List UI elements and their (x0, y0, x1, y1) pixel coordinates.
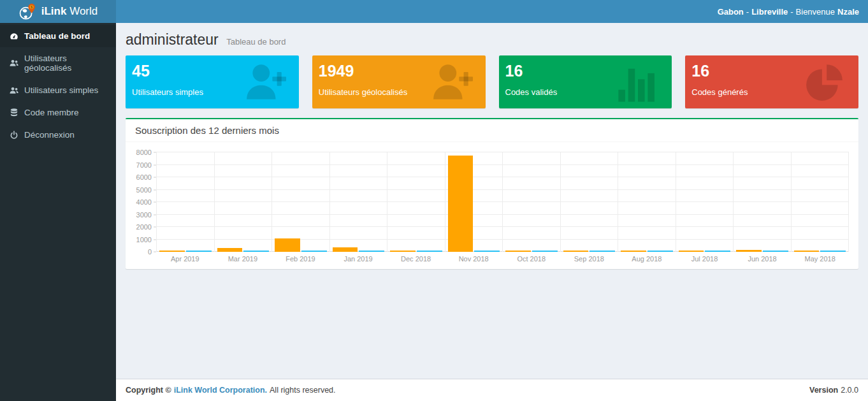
y-axis-tick-label: 0 (148, 249, 156, 256)
page-subtitle: Tableau de bord (226, 37, 286, 47)
chart-body: 010002000300040005000600070008000 Apr 20… (126, 142, 858, 269)
bar-souscriptions-bleu (763, 251, 788, 252)
main-header: $ iLink World Gabon - Libreville - Bienv… (0, 0, 868, 23)
bar-souscriptions-orange (563, 251, 589, 252)
separator: - (746, 7, 749, 17)
sidebar-item-label: Code membre (24, 108, 79, 117)
bar-group-aug-2018 (618, 152, 676, 252)
user-city: Libreville (751, 7, 788, 17)
company-link[interactable]: iLink World Corporation. (174, 386, 267, 395)
sidebar-item-code-membre[interactable]: Code membre (0, 101, 116, 124)
sidebar-item-label: Utilisateurs géolocalisés (24, 54, 106, 73)
x-axis-tick-label: Apr 2019 (156, 255, 214, 263)
greeting-text: Bienvenue (796, 7, 835, 17)
brand-name: iLink World (41, 5, 98, 18)
sidebar-item-utilisateurs-geolocalises[interactable]: Utilisateurs géolocalisés (0, 47, 116, 79)
bar-souscriptions-orange (448, 156, 474, 252)
bar-group-oct-2018 (502, 152, 560, 252)
y-axis-tick-label: 5000 (136, 186, 156, 193)
bar-souscriptions-orange (505, 251, 531, 252)
sidebar-item-tableau-de-bord[interactable]: Tableau de bord (0, 25, 116, 47)
top-navbar: Gabon - Libreville - Bienvenue Nzale (116, 0, 868, 23)
stat-box-codes-generes: 16 Codes générés (685, 55, 858, 108)
globe-pin-icon: $ (18, 3, 37, 21)
chart-plot (156, 152, 849, 252)
sidebar-toggle-button[interactable] (116, 4, 145, 19)
footer-copyright: Copyright ©iLink World Corporation.All r… (126, 386, 336, 395)
main-footer: Copyright ©iLink World Corporation.All r… (116, 379, 868, 401)
users-icon (10, 86, 18, 95)
bar-group-dec-2018 (387, 152, 445, 252)
stat-box-utilisateurs-geolocalises: 1949 Utilisateurs géolocalisés (312, 55, 486, 108)
username: Nzale (837, 7, 859, 17)
navbar-user-greeting: Gabon - Libreville - Bienvenue Nzale (715, 7, 868, 17)
bar-group-nov-2018 (445, 152, 503, 252)
bar-chart-icon (612, 61, 664, 106)
bar-souscriptions-bleu (820, 251, 846, 252)
page-title: administrateur (126, 31, 219, 48)
bar-souscriptions-orange (333, 247, 358, 252)
stat-box-utilisateurs-simples: 45 Utilisateurs simples (126, 55, 299, 108)
sidebar-item-deconnexion[interactable]: Déconnexion (0, 124, 116, 146)
y-axis-tick-label: 7000 (136, 161, 156, 168)
bar-souscriptions-orange (159, 251, 185, 252)
x-axis-tick-label: Mar 2019 (214, 255, 272, 263)
brand-name-light: World (69, 5, 98, 17)
bar-souscriptions-bleu (359, 251, 384, 252)
sidebar: Tableau de bord Utilisateurs géolocalisé… (0, 23, 116, 401)
power-icon (10, 131, 18, 140)
x-axis-tick-label: Nov 2018 (445, 255, 503, 263)
x-axis-tick-label: Aug 2018 (618, 255, 676, 263)
bar-souscriptions-bleu (186, 251, 212, 252)
x-axis-tick-label: Feb 2019 (271, 255, 329, 263)
bar-souscriptions-orange (621, 251, 646, 252)
sidebar-menu: Tableau de bord Utilisateurs géolocalisé… (0, 25, 116, 146)
bar-souscriptions-orange (794, 251, 820, 252)
y-axis-tick-label: 6000 (136, 174, 156, 181)
chart-title: Souscription des 12 derniers mois (126, 119, 858, 142)
bar-souscriptions-bleu (705, 251, 730, 252)
stat-box-codes-valides: 16 Codes validés (499, 55, 672, 108)
version-label: Version (809, 386, 838, 395)
x-axis-tick-label: Oct 2018 (502, 255, 560, 263)
brand-logo[interactable]: $ iLink World (0, 0, 116, 23)
version-value: 2.0.0 (841, 386, 858, 395)
user-plus-icon (239, 61, 291, 106)
bar-souscriptions-bleu (301, 251, 327, 252)
x-axis-tick-label: May 2018 (791, 255, 849, 263)
bar-souscriptions-bleu (590, 251, 615, 252)
bar-souscriptions-bleu (532, 251, 558, 252)
sidebar-item-label: Déconnexion (24, 130, 75, 140)
chart-y-axis: 010002000300040005000600070008000 (131, 152, 156, 252)
bar-group-jul-2018 (676, 152, 734, 252)
bar-souscriptions-orange (736, 250, 762, 252)
bar-group-jun-2018 (733, 152, 791, 252)
sidebar-item-label: Tableau de bord (24, 31, 90, 41)
app-window: $ iLink World Gabon - Libreville - Bienv… (0, 0, 868, 401)
content-header: administrateur Tableau de bord (116, 23, 868, 55)
dashboard-icon (10, 32, 18, 41)
sidebar-item-label: Utilisateurs simples (24, 85, 98, 95)
bar-group-mar-2019 (214, 152, 272, 252)
bar-group-may-2018 (791, 152, 850, 252)
bar-group-jan-2019 (329, 152, 387, 252)
subscriptions-chart-panel: Souscription des 12 derniers mois 010002… (126, 118, 858, 269)
user-country: Gabon (718, 7, 744, 17)
content-wrapper: administrateur Tableau de bord 45 Utilis… (116, 23, 868, 379)
x-axis-tick-label: Sep 2018 (560, 255, 618, 263)
bar-souscriptions-bleu (243, 251, 269, 252)
footer-version: Version2.0.0 (809, 386, 858, 395)
y-axis-tick-label: 1000 (136, 236, 156, 243)
brand-name-bold: iLink (41, 5, 67, 17)
users-icon (10, 59, 18, 68)
y-axis-tick-label: 8000 (136, 149, 156, 156)
rights-text: All rights reserved. (270, 386, 336, 395)
y-axis-tick-label: 4000 (136, 199, 156, 206)
stat-boxes-row: 45 Utilisateurs simples 1949 Utilisateur… (116, 55, 868, 108)
x-axis-tick-label: Dec 2018 (387, 255, 445, 263)
separator: - (790, 7, 793, 17)
bar-souscriptions-orange (679, 251, 704, 252)
sidebar-item-utilisateurs-simples[interactable]: Utilisateurs simples (0, 79, 116, 101)
x-axis-tick-label: Jul 2018 (676, 255, 734, 263)
bar-souscriptions-bleu (647, 251, 673, 252)
